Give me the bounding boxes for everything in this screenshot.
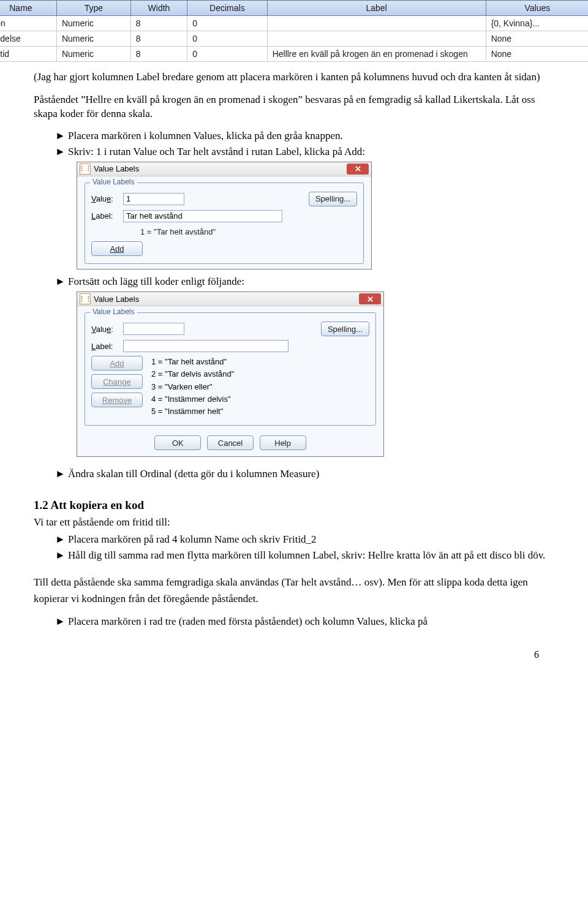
dialog-title: Value Labels xyxy=(94,164,139,173)
col-width[interactable]: Width xyxy=(130,1,187,16)
value-labels-list: 1 = "Tar helt avstånd" 2 = "Tar delvis a… xyxy=(151,356,234,418)
variable-view-table: Name Type Width Decimals Label Values M … xyxy=(0,0,588,62)
cell-label[interactable] xyxy=(267,16,486,31)
dialog-titlebar: ⋮⋮ Value Labels xyxy=(77,292,383,306)
list-item[interactable]: 4 = "Instämmer delvis" xyxy=(151,393,234,405)
col-type[interactable]: Type xyxy=(56,1,130,16)
bullet-item: Skriv: 1 i rutan Value och Tar helt avst… xyxy=(55,146,554,158)
cell-decimals[interactable]: 0 xyxy=(187,16,267,31)
paragraph: Till detta påstående ska samma femgradig… xyxy=(34,574,554,607)
close-icon[interactable] xyxy=(347,164,369,175)
spelling-button[interactable]: Spelling... xyxy=(309,192,357,206)
list-item[interactable]: 1 = "Tar helt avstånd" xyxy=(151,356,234,368)
section-heading: 1.2 Att kopiera en kod xyxy=(34,499,554,512)
cell-width[interactable]: 8 xyxy=(130,31,187,47)
bullet-item: Ändra skalan till Ordinal (detta gör du … xyxy=(55,468,554,480)
group-legend: Value Labels xyxy=(90,178,137,186)
cell-name[interactable]: Födelse xyxy=(0,31,56,47)
value-labels-group: Value Labels Value: Spelling... Label: A… xyxy=(85,312,376,426)
col-label[interactable]: Label xyxy=(267,1,486,16)
dialog-icon: ⋮⋮ xyxy=(80,293,91,304)
cell-name[interactable]: Fritid xyxy=(0,47,56,62)
dialog-title: Value Labels xyxy=(94,295,139,304)
add-button[interactable]: Add xyxy=(91,356,143,371)
cell-values[interactable]: None xyxy=(486,47,588,62)
paragraph: Vi tar ett påstående om fritid till: xyxy=(34,516,554,530)
label-label: Label: xyxy=(91,211,119,220)
spelling-button[interactable]: Spelling... xyxy=(321,322,369,336)
list-item[interactable]: 5 = "Instämmer helt" xyxy=(151,405,234,418)
dialog-button-row: OK Cancel Help xyxy=(77,431,383,456)
table-row[interactable]: Födelse Numeric 8 0 None None xyxy=(0,31,588,47)
change-button[interactable]: Change xyxy=(91,374,143,389)
table-header-row: Name Type Width Decimals Label Values M xyxy=(0,1,588,16)
cell-label[interactable]: Helllre en kväll på krogen än en promena… xyxy=(267,47,486,62)
label-label: Label: xyxy=(91,342,119,351)
group-legend: Value Labels xyxy=(90,307,137,316)
list-item[interactable]: 3 = "Varken eller" xyxy=(151,381,234,393)
value-labels-list: 1 = "Tar helt avstånd" xyxy=(140,226,357,238)
bullet-item: Fortsätt och lägg till koder enligt följ… xyxy=(55,276,554,288)
remove-button[interactable]: Remove xyxy=(91,393,143,407)
label-input[interactable] xyxy=(123,340,288,352)
cell-type[interactable]: Numeric xyxy=(56,31,130,47)
paragraph: (Jag har gjort kolumnen Label bredare ge… xyxy=(34,70,554,85)
cell-values[interactable]: {0, Kvinna}... xyxy=(486,16,588,31)
help-button[interactable]: Help xyxy=(260,435,306,450)
label-input[interactable] xyxy=(123,210,282,222)
col-values[interactable]: Values xyxy=(486,1,588,16)
cell-width[interactable]: 8 xyxy=(130,16,187,31)
cell-width[interactable]: 8 xyxy=(130,47,187,62)
cell-decimals[interactable]: 0 xyxy=(187,31,267,47)
cell-type[interactable]: Numeric xyxy=(56,16,130,31)
cell-values[interactable]: None xyxy=(486,31,588,47)
dialog-icon: ⋮⋮ xyxy=(80,164,91,175)
cell-type[interactable]: Numeric xyxy=(56,47,130,62)
cancel-button[interactable]: Cancel xyxy=(207,435,254,450)
value-labels-dialog-2: ⋮⋮ Value Labels Value Labels Value: Spel… xyxy=(77,292,384,457)
value-input[interactable] xyxy=(123,193,184,205)
cell-decimals[interactable]: 0 xyxy=(187,47,267,62)
cell-label[interactable] xyxy=(267,31,486,47)
table-row[interactable]: Fritid Numeric 8 0 Helllre en kväll på k… xyxy=(0,47,588,62)
ok-button[interactable]: OK xyxy=(154,435,201,450)
bullet-item: Placera markören i kolumnen Values, klic… xyxy=(55,130,554,142)
value-label: Value: xyxy=(91,325,119,334)
dialog-titlebar: ⋮⋮ Value Labels xyxy=(77,162,371,176)
value-labels-dialog-1: ⋮⋮ Value Labels Value Labels Value: Spel… xyxy=(77,162,372,270)
cell-name[interactable]: Kön xyxy=(0,16,56,31)
bullet-item: Placera markören på rad 4 kolumn Name oc… xyxy=(55,533,554,546)
paragraph: Påståendet ”Hellre en kväll på krogen än… xyxy=(34,93,554,121)
list-item: 1 = "Tar helt avstånd" xyxy=(140,226,357,238)
col-decimals[interactable]: Decimals xyxy=(187,1,267,16)
table-row[interactable]: Kön Numeric 8 0 {0, Kvinna}... None xyxy=(0,16,588,31)
bullet-item: Håll dig till samma rad men flytta markö… xyxy=(55,549,554,562)
close-icon[interactable] xyxy=(359,293,381,304)
add-button[interactable]: Add xyxy=(91,241,143,256)
col-name[interactable]: Name xyxy=(0,1,56,16)
list-item[interactable]: 2 = "Tar delvis avstånd" xyxy=(151,368,234,380)
page-number: 6 xyxy=(34,649,554,660)
bullet-item: Placera markören i rad tre (raden med fö… xyxy=(55,616,554,628)
value-label: Value: xyxy=(91,194,119,203)
value-labels-group: Value Labels Value: Spelling... Label: 1… xyxy=(85,183,364,265)
value-input[interactable] xyxy=(123,323,184,335)
